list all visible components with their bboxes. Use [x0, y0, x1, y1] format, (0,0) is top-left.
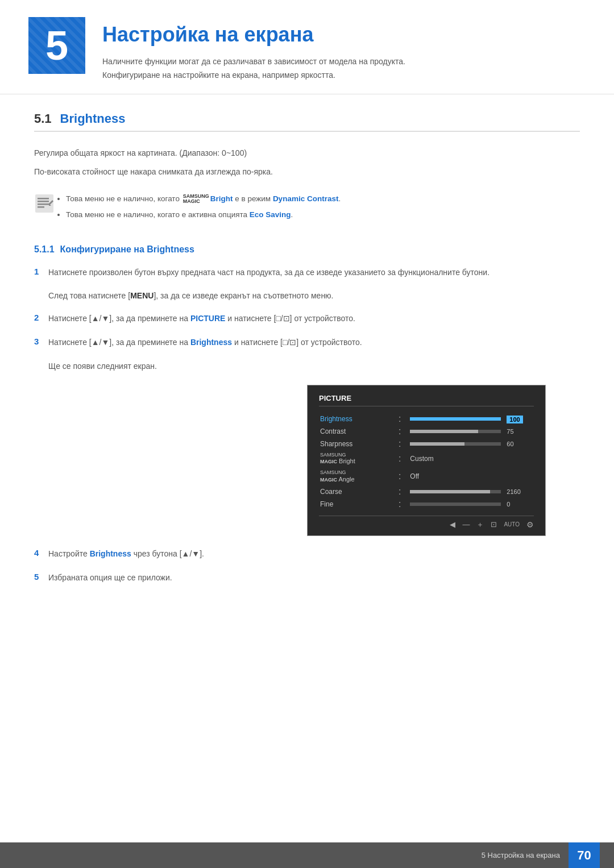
chapter-title-block: Настройка на екрана Наличните функции мо… — [102, 17, 405, 82]
sharpness-value: 60 — [502, 438, 533, 450]
svg-rect-4 — [38, 206, 44, 208]
footer-page-number: 70 — [569, 842, 600, 868]
section-51-number: 5.1 — [34, 111, 52, 126]
step-2: 2 Натиснете [▲/▼], за да преминете на PI… — [34, 312, 580, 326]
note-list: Това меню не е налично, когато SAMSUNGMA… — [63, 192, 341, 225]
section-51-desc1: Регулира общата яркост на картината. (Ди… — [34, 146, 580, 160]
chapter-header: 5 Настройка на екрана Наличните функции … — [0, 0, 614, 94]
step-3-content: Натиснете [▲/▼], за да преминете на Brig… — [48, 336, 580, 350]
step-3-bold: Brightness — [190, 338, 232, 347]
fine-bar — [410, 499, 501, 510]
step-2-content: Натиснете [▲/▼], за да преминете на PICT… — [48, 312, 580, 326]
subsection-511-number: 5.1.1 — [34, 244, 55, 255]
step-5-content: Избраната опция ще се приложи. — [48, 571, 580, 585]
monitor-item-magic-angle: SAMSUNG MAGIC Angle : Off — [320, 468, 533, 485]
minus-icon: — — [462, 520, 470, 529]
monitor-item-brightness: Brightness : 100 — [320, 413, 533, 425]
footer-text: 5 Настройка на екрана — [482, 851, 560, 859]
subsection-511-title: Конфигуриране на Brightness — [60, 244, 194, 255]
step-3: 3 Натиснете [▲/▼], за да преминете на Br… — [34, 336, 580, 350]
section-51-title: Brightness — [60, 111, 126, 126]
sharpness-label: Sharpness — [320, 438, 394, 450]
sharpness-bar — [410, 438, 501, 450]
note1-mode: Dynamic Contrast — [273, 194, 339, 203]
contrast-label: Contrast — [320, 426, 394, 437]
monitor-item-coarse: Coarse : 2160 — [320, 486, 533, 497]
note-item-2: Това меню не е налично, когато е активна… — [66, 208, 341, 222]
note1-feature: Bright — [210, 194, 233, 203]
coarse-value: 2160 — [502, 486, 533, 497]
brightness-value: 100 — [502, 413, 533, 425]
note-item-1: Това меню не е налично, когато SAMSUNGMA… — [66, 192, 341, 206]
brightness-label: Brightness — [320, 413, 394, 425]
chapter-title: Настройка на екрана — [102, 23, 405, 47]
note-box: Това меню не е налично, когато SAMSUNGMA… — [34, 189, 580, 227]
step-1-content: Натиснете произволен бутон върху преднат… — [48, 266, 580, 280]
step-1-sub: След това натиснете [MENU], за да се изв… — [48, 289, 580, 303]
step-5: 5 Избраната опция ще се приложи. — [34, 571, 580, 585]
step-4-content: Настройте Brightness чрез бутона [▲/▼]. — [48, 547, 580, 561]
settings-icon: ⚙ — [526, 520, 534, 529]
monitor-item-sharpness: Sharpness : 60 — [320, 438, 533, 450]
fine-value: 0 — [502, 499, 533, 510]
svg-rect-1 — [38, 198, 49, 200]
monitor-screenshot: PICTURE Brightness : 100 Contrast : — [307, 385, 546, 536]
back-icon: ◀ — [450, 520, 455, 529]
step-5-number: 5 — [34, 571, 48, 582]
monitor-icon-bar: ◀ — ＋ ⊡ AUTO ⚙ — [319, 516, 534, 530]
subsection-511-header: 5.1.1 Конфигуриране на Brightness — [34, 244, 580, 255]
magic-angle-value: Off — [410, 468, 533, 485]
samsung-magic-label: SAMSUNGMAGIC — [183, 194, 209, 205]
contrast-value: 75 — [502, 426, 533, 437]
magic-angle-label: SAMSUNG MAGIC Angle — [320, 468, 394, 485]
contrast-bar — [410, 426, 501, 437]
section-51-desc2: По-високата стойност ще накара снимката … — [34, 165, 580, 179]
coarse-bar — [410, 486, 501, 497]
fine-label: Fine — [320, 499, 394, 510]
svg-rect-3 — [38, 203, 49, 205]
step-3-sub: Ще се появи следният екран. — [48, 360, 580, 373]
coarse-label: Coarse — [320, 486, 394, 497]
monitor-item-contrast: Contrast : 75 — [320, 426, 533, 437]
step-4-bold: Brightness — [90, 549, 131, 558]
magic-bright-value: Custom — [410, 451, 533, 467]
magic-bright-label: SAMSUNG MAGIC Bright — [320, 451, 394, 467]
chapter-number: 5 — [28, 17, 85, 74]
chapter-desc1: Наличните функции могат да се различават… — [102, 55, 405, 69]
main-content: 5.1 Brightness Регулира общата яркост на… — [0, 111, 614, 629]
monitor-menu-items: Brightness : 100 Contrast : — [319, 412, 534, 511]
note-icon — [34, 193, 55, 214]
page-footer: 5 Настройка на екрана 70 — [0, 842, 614, 868]
step-4: 4 Настройте Brightness чрез бутона [▲/▼]… — [34, 547, 580, 561]
monitor-item-magic-bright: SAMSUNG MAGIC Bright : Custom — [320, 451, 533, 467]
step-1-number: 1 — [34, 266, 48, 276]
step-2-number: 2 — [34, 312, 48, 322]
step-1: 1 Натиснете произволен бутон върху предн… — [34, 266, 580, 280]
enter-icon: ⊡ — [491, 520, 497, 529]
section-51-header: 5.1 Brightness — [34, 111, 580, 132]
chapter-desc2: Конфигуриране на настройките на екрана, … — [102, 69, 405, 82]
note2-feature: Eco Saving — [250, 210, 291, 219]
monitor-item-fine: Fine : 0 — [320, 499, 533, 510]
auto-icon: AUTO — [504, 521, 520, 528]
monitor-menu-title: PICTURE — [319, 394, 534, 406]
plus-icon: ＋ — [476, 520, 484, 530]
svg-rect-2 — [38, 201, 49, 202]
brightness-bar — [410, 413, 501, 425]
step-4-number: 4 — [34, 547, 48, 558]
step-3-number: 3 — [34, 336, 48, 346]
brightness-sep: : — [395, 413, 409, 425]
